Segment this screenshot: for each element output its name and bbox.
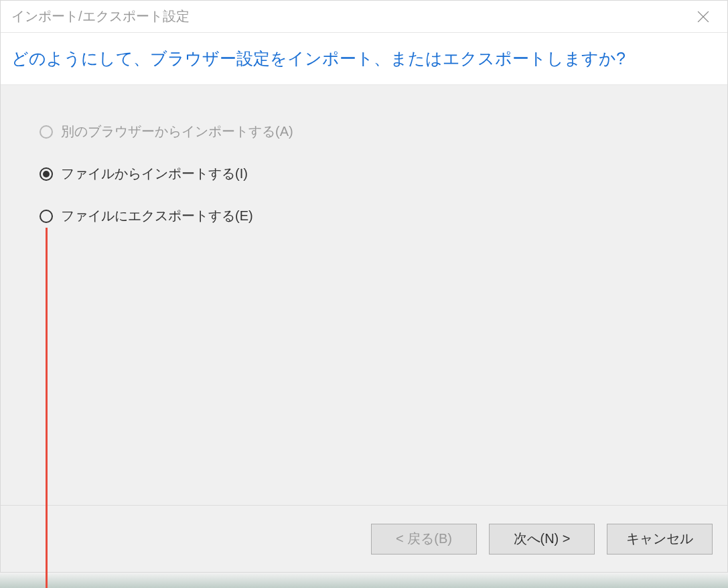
window-title: インポート/エクスポート設定: [11, 7, 190, 25]
page-heading: どのようにして、ブラウザー設定をインポート、またはエクスポートしますか?: [11, 48, 717, 70]
radio-import-from-browser: 別のブラウザーからインポートする(A): [40, 123, 727, 141]
cancel-button[interactable]: キャンセル: [607, 524, 713, 555]
radio-icon: [40, 210, 53, 223]
close-button[interactable]: [690, 3, 717, 30]
radio-icon: [40, 125, 53, 139]
content-area: 別のブラウザーからインポートする(A) ファイルからインポートする(I) ファイ…: [1, 85, 727, 505]
import-export-radio-group: 別のブラウザーからインポートする(A) ファイルからインポートする(I) ファイ…: [40, 123, 727, 225]
close-icon: [697, 11, 709, 23]
radio-export-to-file[interactable]: ファイルにエクスポートする(E): [40, 207, 727, 225]
annotation-pointer-line: [46, 228, 48, 588]
radio-label: ファイルにエクスポートする(E): [61, 207, 253, 225]
radio-icon: [40, 167, 53, 181]
back-button: < 戻る(B): [371, 524, 477, 555]
next-button[interactable]: 次へ(N) >: [489, 524, 595, 555]
titlebar: インポート/エクスポート設定: [1, 1, 727, 33]
radio-import-from-file[interactable]: ファイルからインポートする(I): [40, 165, 727, 183]
bottom-shadow: [0, 573, 728, 588]
radio-label: 別のブラウザーからインポートする(A): [61, 123, 293, 141]
dialog-window: インポート/エクスポート設定 どのようにして、ブラウザー設定をインポート、または…: [0, 0, 728, 573]
heading-region: どのようにして、ブラウザー設定をインポート、またはエクスポートしますか?: [1, 33, 727, 85]
footer-button-bar: < 戻る(B) 次へ(N) > キャンセル: [1, 505, 727, 572]
radio-label: ファイルからインポートする(I): [61, 165, 248, 183]
